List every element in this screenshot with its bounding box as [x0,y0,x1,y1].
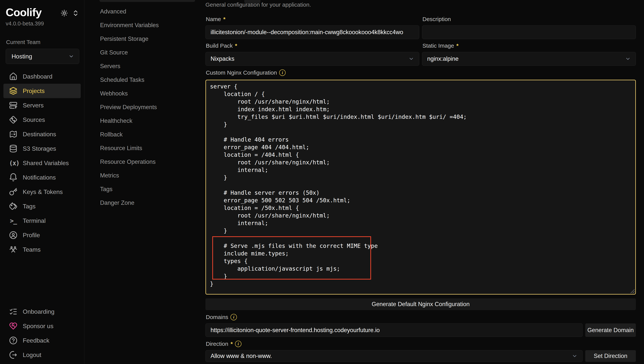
sidebar-item-label: Onboarding [23,308,54,315]
sidebar-item-feedback[interactable]: Feedback [0,333,84,348]
home-icon [9,72,18,81]
database-icon [9,144,18,153]
subnav-item-tags[interactable]: Tags [84,183,201,196]
map-icon [9,130,18,138]
subnav-item-webhooks[interactable]: Webhooks [84,87,201,100]
sidebar-item-projects[interactable]: Projects [4,84,81,98]
generate-default-nginx-button[interactable]: Generate Default Nginx Configuration [206,298,636,310]
sidebar-item-keys-tokens[interactable]: Keys & Tokens [0,185,84,199]
subnav-item-servers[interactable]: Servers [84,59,201,73]
heart-handshake-icon [9,322,18,330]
sidebar-item-tags[interactable]: Tags [0,199,84,214]
name-label: Name* [206,16,419,23]
general-settings-panel: General configuration for your applicati… [201,0,644,362]
sidebar-item-label: Dashboard [23,73,52,80]
sidebar-item-label: Servers [23,102,44,109]
team-select[interactable]: Hosting [6,49,79,64]
sidebar-item-label: Teams [23,246,40,253]
chevron-down-icon [625,56,631,62]
sidebar-item-label: Profile [23,232,40,239]
theme-sun-icon[interactable] [61,10,68,17]
sidebar-item-label: Notifications [23,174,56,181]
sidebar-item-label: Shared Variables [23,160,69,167]
info-icon[interactable]: i [230,314,237,320]
log-out-icon [9,351,18,359]
help-circle-icon [9,336,18,345]
tags-icon [9,202,18,211]
nginx-config-textarea[interactable]: server { location / { root /usr/share/ng… [206,80,636,295]
list-checks-icon [9,307,18,316]
sidebar-item-dashboard[interactable]: Dashboard [0,69,84,84]
description-input[interactable] [422,26,636,39]
page-subtitle: General configuration for your applicati… [206,2,636,8]
git-diamond-icon [9,116,18,124]
info-icon[interactable]: i [235,341,242,347]
sidebar-item-label: Projects [23,87,45,95]
sidebar-item-destinations[interactable]: Destinations [0,127,84,141]
subnav-item-advanced[interactable]: Advanced [84,5,201,19]
domains-label: Domains i [206,313,636,321]
subnav-item-environment-variables[interactable]: Environment Variables [84,19,201,32]
sidebar-item-onboarding[interactable]: Onboarding [0,304,84,319]
subnav-item-persistent-storage[interactable]: Persistent Storage [84,32,201,46]
static-image-select[interactable]: nginx:alpine [422,52,636,66]
sidebar-item-shared-variables[interactable]: (x) Shared Variables [0,156,84,170]
terminal-icon: >_ [9,217,18,225]
key-icon [9,188,18,196]
team-select-value: Hosting [12,53,32,60]
sidebar-item-sources[interactable]: Sources [0,113,84,127]
set-direction-button[interactable]: Set Direction [585,350,636,362]
sidebar-item-label: Feedback [23,337,50,344]
sidebar-item-label: Logout [23,351,41,358]
chevron-down-icon [68,54,74,59]
generate-domain-button[interactable]: Generate Domain [585,323,636,337]
subnav-item-resource-limits[interactable]: Resource Limits [84,141,201,155]
settings-subnav: Advanced Environment Variables Persisten… [84,0,201,210]
direction-select[interactable]: Allow www & non-www. [206,350,582,362]
app-version: v4.0.0-beta.399 [6,21,79,27]
subnav-item-danger-zone[interactable]: Danger Zone [84,196,201,210]
sidebar-item-servers[interactable]: Servers [0,98,84,113]
app-logo: Coolify [6,7,42,18]
user-circle-icon [9,231,18,239]
domains-input[interactable]: https://illicitonion-quote-server-fronte… [206,323,582,337]
build-pack-label: Build Pack* [206,42,419,49]
sidebar-footer-nav: Onboarding Sponsor us Feedback Logout [0,304,84,362]
chevrons-up-down-icon[interactable] [72,10,79,17]
sidebar-item-terminal[interactable]: >_ Terminal [0,214,84,228]
server-icon [9,101,18,109]
sidebar-item-s3-storages[interactable]: S3 Storages [0,141,84,156]
users-icon [9,245,18,254]
subnav-item-resource-operations[interactable]: Resource Operations [84,155,201,169]
required-asterisk: * [230,341,233,347]
bell-icon [9,173,18,181]
build-pack-select[interactable]: Nixpacks [206,52,419,66]
subnav-selected-item-partial[interactable] [100,0,195,2]
subnav-item-preview-deployments[interactable]: Preview Deployments [84,100,201,114]
parentheses-x-icon: (x) [9,159,18,167]
subnav-item-healthcheck[interactable]: Healthcheck [84,114,201,128]
sidebar-item-logout[interactable]: Logout [0,348,84,362]
chevron-down-icon [572,353,578,359]
sidebar-item-label: Terminal [23,217,46,224]
current-team-label: Current Team [6,39,79,45]
sidebar: Coolify v4.0.0-beta.399 Current Team Hos… [0,0,84,364]
sidebar-item-teams[interactable]: Teams [0,242,84,257]
sidebar-item-notifications[interactable]: Notifications [0,170,84,185]
subnav-item-git-source[interactable]: Git Source [84,46,201,59]
sidebar-item-profile[interactable]: Profile [0,228,84,242]
subnav-item-scheduled-tasks[interactable]: Scheduled Tasks [84,73,201,87]
sidebar-item-label: Sources [23,116,45,123]
sidebar-item-sponsor-us[interactable]: Sponsor us [0,319,84,333]
sidebar-item-label: Keys & Tokens [23,189,63,196]
subnav-item-metrics[interactable]: Metrics [84,169,201,183]
required-asterisk: * [223,16,226,22]
name-input[interactable]: illicitestonion/-module--decomposition:m… [206,26,419,39]
scrolled-button-partial [244,0,260,4]
textarea-resize-grip[interactable] [630,289,634,293]
sidebar-item-label: Sponsor us [23,323,54,330]
subnav-item-rollback[interactable]: Rollback [84,128,201,141]
nginx-config-label: Custom Nginx Configuration i [206,69,636,76]
nginx-config-code: server { location / { root /usr/share/ng… [210,83,635,288]
info-icon[interactable]: i [279,69,286,76]
